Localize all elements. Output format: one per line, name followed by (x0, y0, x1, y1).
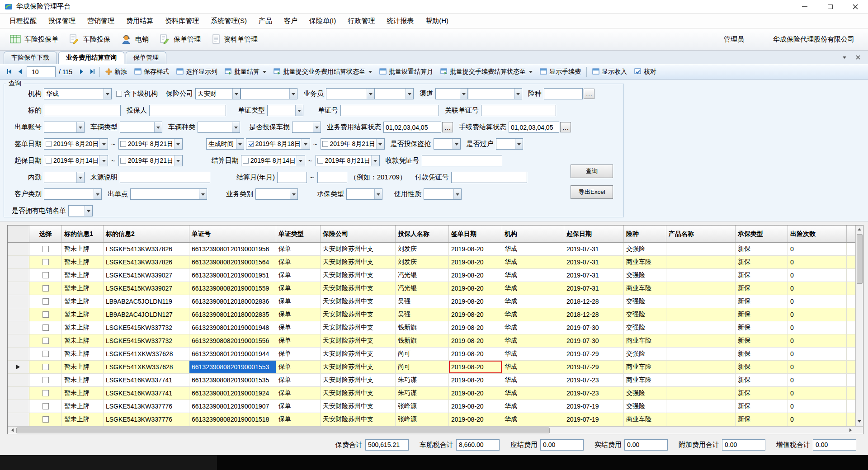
table-cell[interactable]: 新保 (736, 361, 788, 373)
combo-box[interactable] (130, 188, 207, 200)
table-cell[interactable]: 新保 (736, 308, 788, 321)
table-cell[interactable]: 新保 (736, 243, 788, 255)
table-cell[interactable] (666, 282, 736, 295)
table-cell[interactable]: 尚可 (396, 348, 449, 360)
table-row[interactable]: 暂未上牌LSGKE5413KW3378266613239080120190001… (8, 243, 855, 256)
table-cell[interactable]: 2019-07-23 (564, 387, 624, 400)
combo-box[interactable] (241, 88, 297, 99)
toolbar-button[interactable]: 资料单管理 (206, 32, 263, 47)
tab-car-policy-download[interactable]: 车险保单下载 (4, 52, 57, 64)
table-cell[interactable]: 张峰源 (396, 400, 449, 413)
table-cell[interactable]: LSGKE541XKW337628 (104, 361, 189, 373)
table-cell[interactable] (666, 256, 736, 268)
vertical-scrollbar[interactable] (855, 226, 863, 426)
table-cell[interactable] (29, 374, 62, 386)
table-cell[interactable]: 2019-07-31 (564, 269, 624, 282)
nav-button[interactable]: 批量结算 (221, 66, 270, 78)
table-cell[interactable]: LSGKE5413KW337826 (104, 256, 189, 268)
table-cell[interactable] (666, 400, 736, 413)
table-cell[interactable]: 暂未上牌 (62, 321, 104, 334)
date-picker[interactable]: 2019年 8月21日 (118, 155, 183, 166)
table-cell[interactable]: 2019-07-29 (564, 361, 624, 373)
table-cell[interactable] (666, 308, 736, 321)
table-cell[interactable]: 天安财险苏州中支 (321, 361, 396, 373)
table-cell[interactable]: 吴强 (396, 308, 449, 321)
table-cell[interactable] (29, 348, 62, 360)
table-cell[interactable]: 交强险 (624, 387, 666, 400)
export-excel-button[interactable]: 导出Excel (571, 185, 613, 199)
combo-dropdown-button[interactable] (374, 189, 382, 199)
table-row[interactable]: 暂未上牌LSGKE541XKW3376286613239080120190001… (8, 348, 855, 361)
tab-business-fee-settlement-query[interactable]: 业务费用结算查询 (58, 52, 124, 64)
menu-item[interactable]: 费用结算 (120, 17, 159, 25)
menu-item[interactable]: 资料库管理 (159, 17, 205, 25)
table-row[interactable]: 暂未上牌LSGKE5416KW3377416613239080120190001… (8, 387, 855, 400)
menu-item[interactable]: 保险单(I) (303, 17, 342, 25)
table-row[interactable]: 暂未上牌LSGKE5415KW3377326613239080820190001… (8, 334, 855, 348)
column-header[interactable]: 选择 (29, 226, 62, 242)
table-cell[interactable]: 天安财险苏州中支 (321, 295, 396, 308)
nav-button[interactable]: 新添 (102, 66, 131, 78)
table-cell[interactable]: LB9AB2AC4JOLDN127 (104, 308, 189, 321)
text-input[interactable]: 01,02,03,04,05 (383, 122, 441, 133)
combo-box[interactable] (292, 122, 321, 133)
date-dropdown-button[interactable] (371, 155, 379, 166)
date-picker[interactable]: 2019年 8月14日 (44, 155, 108, 166)
table-cell[interactable]: 6613239080820190001535 (189, 374, 276, 386)
table-cell[interactable]: 6613239080120190001944 (189, 348, 276, 360)
table-cell[interactable]: 冯光银 (396, 282, 449, 295)
table-cell[interactable]: 2019-08-20 (449, 256, 502, 268)
table-cell[interactable]: 2019-07-19 (564, 413, 624, 426)
table-cell[interactable]: 2018-12-28 (564, 308, 624, 321)
table-cell[interactable]: 新保 (736, 321, 788, 334)
table-cell[interactable]: 保单 (276, 400, 321, 413)
combo-dropdown-button[interactable] (232, 122, 240, 132)
row-checkbox[interactable] (42, 298, 49, 305)
table-cell[interactable] (666, 321, 736, 334)
table-row[interactable]: 暂未上牌LSGKE5416KW3377416613239080820190001… (8, 374, 855, 387)
table-cell[interactable]: 暂未上牌 (62, 387, 104, 400)
table-cell[interactable] (666, 295, 736, 308)
table-cell[interactable] (29, 269, 62, 282)
row-checkbox[interactable] (42, 377, 49, 383)
table-cell[interactable]: 2019-08-20 (449, 282, 502, 295)
text-input[interactable]: 01,02,03,04,05 (509, 122, 559, 133)
table-cell[interactable]: 新保 (736, 348, 788, 360)
table-cell[interactable]: 暂未上牌 (62, 295, 104, 308)
menu-item[interactable]: 日程提醒 (4, 17, 42, 25)
table-cell[interactable]: 2019-08-20 (449, 348, 502, 360)
table-cell[interactable]: LSGKE5415KW337732 (104, 321, 189, 334)
table-cell[interactable]: 0 (788, 400, 847, 413)
table-cell[interactable]: 2019-07-29 (564, 348, 624, 360)
table-cell[interactable]: 暂未上牌 (62, 243, 104, 255)
vertical-scroll-thumb[interactable] (857, 234, 863, 284)
table-cell[interactable]: 2019-08-20 (449, 387, 502, 400)
next-page-button[interactable] (76, 66, 87, 77)
table-cell[interactable] (29, 334, 62, 347)
table-cell[interactable]: 2019-08-20 (449, 413, 502, 426)
table-cell[interactable]: 天安财险苏州中支 (321, 243, 396, 255)
combo-dropdown-button[interactable] (232, 89, 240, 99)
table-row[interactable]: 暂未上牌LSGKE5415KW3390276613239080820190001… (8, 282, 855, 295)
table-cell[interactable]: 暂未上牌 (62, 413, 104, 426)
table-cell[interactable] (29, 361, 62, 373)
column-header[interactable]: 签单日期 (449, 226, 502, 242)
table-cell[interactable]: 6613239080120190001924 (189, 387, 276, 400)
table-cell[interactable]: 0 (788, 413, 847, 426)
combo-dropdown-button[interactable] (313, 122, 321, 132)
scroll-left-button[interactable] (8, 427, 15, 434)
row-checkbox[interactable] (42, 403, 49, 409)
column-header[interactable]: 投保人名称 (396, 226, 449, 242)
column-header[interactable]: 起保日期 (564, 226, 624, 242)
table-cell[interactable]: 冯光银 (396, 269, 449, 282)
table-cell[interactable]: 商业车险 (624, 334, 666, 347)
column-header[interactable]: 保险公司 (321, 226, 396, 242)
maximize-button[interactable] (817, 0, 843, 13)
text-input[interactable] (544, 88, 583, 99)
row-checkbox[interactable] (42, 272, 49, 278)
scroll-right-button[interactable] (848, 427, 855, 434)
table-cell[interactable]: 0 (788, 256, 847, 268)
combo-box[interactable] (44, 188, 102, 200)
table-cell[interactable]: 华成 (502, 256, 564, 268)
nav-button[interactable]: 批量提交业务费用结算状态至 (270, 66, 376, 78)
